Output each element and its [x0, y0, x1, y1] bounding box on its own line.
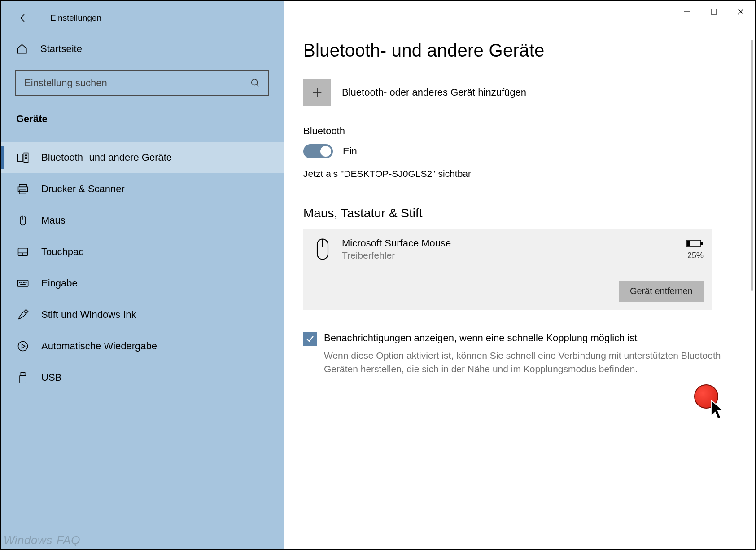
- home-button[interactable]: Startseite: [1, 35, 284, 63]
- device-status: Treiberfehler: [342, 250, 686, 261]
- search-icon: [250, 78, 260, 88]
- quick-pair-description: Wenn diese Option aktiviert ist, können …: [324, 349, 731, 376]
- titlebar: [284, 1, 755, 22]
- sidebar-item-label: Eingabe: [41, 277, 78, 289]
- device-group-title: Maus, Tastatur & Stift: [303, 206, 731, 220]
- sidebar-item-usb[interactable]: USB: [1, 362, 284, 393]
- sidebar-item-typing[interactable]: Eingabe: [1, 268, 284, 299]
- sidebar-item-label: USB: [41, 372, 61, 383]
- svg-point-19: [18, 342, 28, 351]
- category-label: Geräte: [1, 107, 284, 131]
- toggle-state-label: Ein: [343, 145, 357, 157]
- search-input[interactable]: [24, 77, 250, 89]
- home-label: Startseite: [40, 43, 82, 55]
- quick-pair-title: Benachrichtigungen anzeigen, wenn eine s…: [324, 331, 731, 345]
- minimize-button[interactable]: [673, 3, 700, 21]
- svg-rect-21: [20, 375, 26, 383]
- bluetooth-section-label: Bluetooth: [303, 125, 731, 137]
- touchpad-icon: [16, 245, 30, 259]
- sidebar-item-printers[interactable]: Drucker & Scanner: [1, 173, 284, 205]
- svg-point-17: [26, 282, 26, 283]
- app-title: Einstellungen: [50, 13, 101, 23]
- sidebar-item-mouse[interactable]: Maus: [1, 205, 284, 236]
- svg-point-4: [25, 158, 26, 159]
- sidebar-header: Einstellungen: [1, 1, 284, 35]
- svg-rect-20: [21, 372, 25, 375]
- content: Bluetooth- und andere Geräte Bluetooth- …: [284, 22, 755, 376]
- search-box[interactable]: [15, 70, 269, 96]
- bluetooth-toggle[interactable]: [303, 144, 333, 158]
- sidebar-item-pen[interactable]: Stift und Windows Ink: [1, 299, 284, 330]
- devices-icon: [16, 151, 30, 164]
- arrow-left-icon: [18, 13, 29, 23]
- quick-pair-checkbox[interactable]: [303, 332, 317, 346]
- svg-point-14: [19, 282, 20, 283]
- mouse-icon: [311, 236, 334, 263]
- sidebar-item-touchpad[interactable]: Touchpad: [1, 236, 284, 268]
- quick-pair-option: Benachrichtigungen anzeigen, wenn eine s…: [303, 331, 731, 376]
- sidebar-item-label: Stift und Windows Ink: [41, 309, 136, 321]
- sidebar-item-label: Automatische Wiedergabe: [41, 340, 157, 352]
- nav-list: Bluetooth- und andere Geräte Drucker & S…: [1, 142, 284, 393]
- page-title: Bluetooth- und andere Geräte: [303, 40, 731, 61]
- svg-rect-25: [711, 9, 717, 14]
- svg-rect-34: [687, 241, 690, 246]
- svg-point-15: [22, 282, 22, 283]
- close-icon: [737, 8, 744, 15]
- maximize-button[interactable]: [700, 3, 727, 21]
- device-card[interactable]: Microsoft Surface Mouse Treiberfehler 25…: [303, 229, 712, 310]
- sidebar-item-label: Touchpad: [41, 246, 84, 258]
- pen-icon: [16, 308, 30, 321]
- sidebar: Einstellungen Startseite Geräte Bluetoot…: [1, 1, 284, 549]
- sidebar-item-autoplay[interactable]: Automatische Wiedergabe: [1, 330, 284, 362]
- svg-point-16: [23, 282, 24, 283]
- autoplay-icon: [16, 339, 30, 353]
- svg-rect-1: [17, 154, 23, 161]
- svg-point-0: [252, 79, 258, 85]
- sidebar-item-label: Bluetooth- und andere Geräte: [41, 152, 172, 163]
- maximize-icon: [710, 8, 717, 15]
- keyboard-icon: [16, 277, 30, 290]
- sidebar-item-bluetooth[interactable]: Bluetooth- und andere Geräte: [1, 142, 284, 173]
- close-button[interactable]: [727, 3, 754, 21]
- plus-icon: [303, 79, 331, 106]
- battery-percent: 25%: [686, 251, 704, 260]
- discoverable-text: Jetzt als "DESKTOP-SJ0GLS2" sichtbar: [303, 168, 731, 179]
- sidebar-item-label: Maus: [41, 215, 66, 226]
- add-device-button[interactable]: Bluetooth- oder anderes Gerät hinzufügen: [303, 79, 731, 106]
- scrollbar[interactable]: [751, 40, 753, 291]
- minimize-icon: [683, 8, 690, 15]
- main-panel: Bluetooth- und andere Geräte Bluetooth- …: [284, 1, 755, 549]
- home-icon: [16, 43, 28, 55]
- check-icon: [306, 334, 315, 343]
- mouse-icon: [16, 214, 30, 227]
- watermark: Windows-FAQ: [4, 533, 80, 547]
- toggle-knob: [320, 146, 331, 157]
- battery-indicator: 25%: [686, 238, 704, 260]
- add-device-label: Bluetooth- oder anderes Gerät hinzufügen: [342, 87, 526, 98]
- back-button[interactable]: [14, 9, 32, 27]
- search-container: [15, 70, 269, 96]
- printer-icon: [16, 182, 30, 196]
- svg-rect-33: [701, 242, 703, 245]
- cursor-icon: [709, 399, 727, 422]
- usb-icon: [16, 371, 30, 384]
- svg-rect-5: [19, 185, 26, 187]
- battery-icon: [686, 238, 704, 248]
- svg-rect-13: [17, 280, 28, 286]
- device-name: Microsoft Surface Mouse: [342, 238, 686, 249]
- svg-point-3: [25, 155, 26, 156]
- sidebar-item-label: Drucker & Scanner: [41, 183, 125, 195]
- remove-device-button[interactable]: Gerät entfernen: [619, 281, 704, 302]
